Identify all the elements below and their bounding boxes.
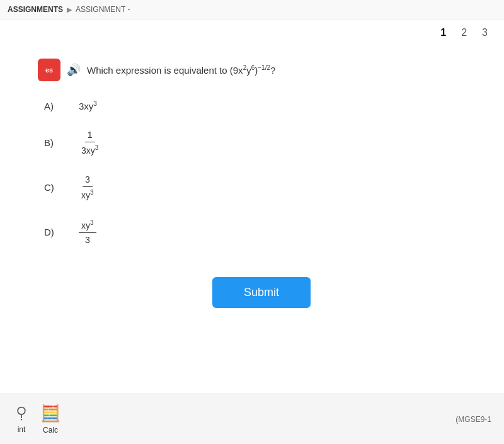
standard-ref: (MGSE9-1 xyxy=(455,415,491,424)
option-b[interactable]: B) 1 3xy3 xyxy=(44,129,485,156)
breadcrumb-assignments[interactable]: ASSIGNMENTS xyxy=(8,5,63,14)
hint-icon xyxy=(13,405,30,423)
breadcrumb: ASSIGNMENTS ▶ ASSIGNMENT - xyxy=(0,0,504,20)
option-d-label: D) xyxy=(44,227,60,237)
page-1[interactable]: 1 xyxy=(437,26,450,40)
pagination: 1 2 3 xyxy=(0,20,504,46)
page-2[interactable]: 2 xyxy=(457,26,471,40)
breadcrumb-arrow: ▶ xyxy=(67,6,72,14)
submit-area: Submit xyxy=(38,277,485,308)
breadcrumb-current: ASSIGNMENT - xyxy=(76,5,130,14)
submit-button[interactable]: Submit xyxy=(212,277,311,308)
option-a-label: A) xyxy=(44,101,60,111)
option-b-value: 1 3xy3 xyxy=(79,129,101,156)
option-a[interactable]: A) 3xy3 xyxy=(44,100,485,111)
bottom-tools: int 🧮 Calc xyxy=(13,404,60,435)
option-b-denominator: 3xy3 xyxy=(79,142,101,156)
option-d-value: xy3 3 xyxy=(79,219,96,246)
svg-point-2 xyxy=(21,419,22,420)
option-c-value: 3 xy3 xyxy=(79,174,96,201)
bottom-bar: int 🧮 Calc (MGSE9-1 xyxy=(0,394,504,444)
option-b-label: B) xyxy=(44,137,60,148)
calc-label: Calc xyxy=(43,426,58,435)
option-c[interactable]: C) 3 xy3 xyxy=(44,174,485,201)
question-area: es 🔊 Which expression is equivalent to (… xyxy=(0,46,504,321)
svg-point-0 xyxy=(18,407,25,414)
calc-tool[interactable]: 🧮 Calc xyxy=(40,404,60,435)
page-3[interactable]: 3 xyxy=(478,26,491,40)
option-c-numerator: 3 xyxy=(83,174,93,187)
option-c-label: C) xyxy=(44,182,60,193)
hint-label: int xyxy=(18,425,26,434)
option-c-denominator: xy3 xyxy=(79,187,96,201)
option-b-numerator: 1 xyxy=(85,129,95,142)
es-icon: es xyxy=(38,59,60,81)
option-d-numerator: xy3 xyxy=(79,219,96,233)
hint-tool[interactable]: int xyxy=(13,405,30,434)
question-text: Which expression is equivalent to (9x2y6… xyxy=(87,64,275,76)
option-a-value: 3xy3 xyxy=(79,100,97,111)
question-header: es 🔊 Which expression is equivalent to (… xyxy=(38,59,485,81)
option-d-denominator: 3 xyxy=(83,233,93,246)
options-list: A) 3xy3 B) 1 3xy3 C) 3 xy3 D) xy3 3 xyxy=(38,100,485,246)
calc-icon: 🧮 xyxy=(40,404,60,423)
audio-icon[interactable]: 🔊 xyxy=(67,63,81,77)
option-d[interactable]: D) xy3 3 xyxy=(44,219,485,246)
